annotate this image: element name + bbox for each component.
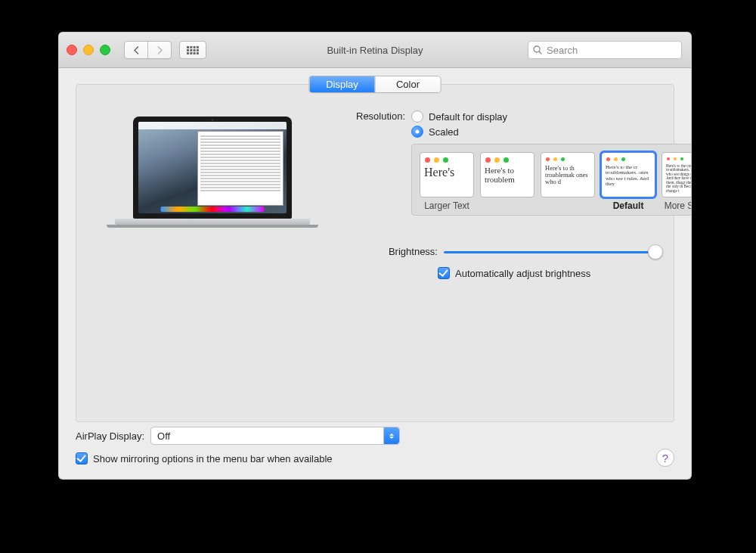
- mirroring-checkbox[interactable]: Show mirroring options in the menu bar w…: [76, 452, 333, 464]
- zoom-icon[interactable]: [100, 45, 110, 55]
- radio-label: Scaled: [429, 126, 459, 138]
- radio-label: Default for display: [429, 111, 507, 123]
- svg-rect-1: [190, 46, 192, 48]
- show-all-button[interactable]: [179, 41, 206, 59]
- auto-brightness-checkbox[interactable]: Automatically adjust brightness: [438, 267, 590, 279]
- back-forward: [124, 41, 172, 59]
- brightness-row: Brightness:: [356, 244, 662, 259]
- radio-icon: [411, 126, 423, 138]
- grid-icon: [187, 46, 199, 54]
- minimize-icon[interactable]: [83, 45, 94, 55]
- bottom-controls: AirPlay Display: Off Show mirroring opti…: [76, 422, 674, 467]
- checkbox-icon: [76, 452, 88, 464]
- checkbox-label: Show mirroring options in the menu bar w…: [93, 453, 333, 464]
- help-button[interactable]: ?: [656, 449, 674, 467]
- svg-rect-2: [194, 46, 196, 48]
- search-field[interactable]: Search: [528, 41, 682, 59]
- search-icon: [533, 45, 542, 54]
- scale-option-default[interactable]: Here's to the cr troublemakers. ones who…: [601, 152, 655, 212]
- airplay-select[interactable]: Off: [150, 427, 400, 445]
- svg-rect-4: [187, 49, 189, 51]
- scale-option-larger-text[interactable]: Here's Larger Text: [420, 152, 474, 212]
- svg-rect-0: [187, 46, 189, 48]
- settings-column: Resolution: Default for display Scaled H…: [356, 109, 662, 281]
- search-placeholder: Search: [547, 45, 578, 56]
- select-value: Off: [157, 430, 170, 442]
- radio-default-for-display[interactable]: Default for display: [411, 109, 692, 124]
- chevron-updown-icon: [383, 427, 399, 444]
- scale-option-3[interactable]: Here's to th troublemak ones who d: [541, 152, 595, 212]
- tab-color[interactable]: Color: [375, 76, 441, 92]
- scaled-options: Here's Larger Text Here's to troublem He…: [411, 144, 692, 216]
- scale-option-more-space[interactable]: Here's to the crazy one troublemakers. T…: [662, 152, 692, 212]
- svg-rect-5: [190, 49, 192, 51]
- forward-button[interactable]: [148, 42, 171, 58]
- toolbar-nav: [124, 41, 206, 59]
- svg-line-13: [539, 51, 541, 54]
- svg-rect-10: [194, 52, 196, 54]
- checkbox-label: Automatically adjust brightness: [455, 268, 590, 279]
- window-controls: [67, 45, 110, 55]
- prefs-window: Built-in Retina Display Search Display C…: [58, 32, 692, 480]
- display-preview: [114, 117, 311, 225]
- checkbox-icon: [438, 267, 450, 279]
- airplay-label: AirPlay Display:: [76, 430, 144, 442]
- close-icon[interactable]: [67, 45, 77, 55]
- svg-rect-9: [190, 52, 192, 54]
- brightness-slider[interactable]: [444, 251, 662, 253]
- svg-rect-11: [197, 52, 199, 54]
- svg-rect-3: [197, 46, 199, 48]
- svg-rect-7: [197, 49, 199, 51]
- slider-knob[interactable]: [648, 244, 663, 259]
- radio-scaled[interactable]: Scaled: [411, 124, 692, 139]
- tabs: Display Color: [309, 76, 442, 93]
- scale-option-2[interactable]: Here's to troublem: [480, 152, 534, 212]
- back-button[interactable]: [125, 42, 148, 58]
- brightness-label: Brightness:: [356, 244, 444, 259]
- tab-display[interactable]: Display: [310, 76, 375, 92]
- resolution-label: Resolution:: [356, 109, 411, 124]
- radio-icon: [411, 110, 423, 123]
- svg-rect-6: [194, 49, 196, 51]
- svg-rect-8: [187, 52, 189, 54]
- content-panel: Display Color Resolution:: [76, 84, 674, 422]
- titlebar: Built-in Retina Display Search: [59, 33, 691, 68]
